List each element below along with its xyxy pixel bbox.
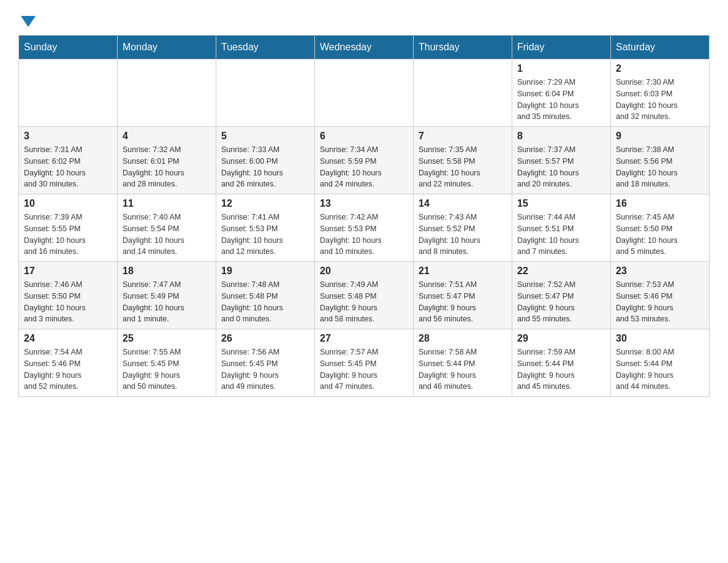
day-info: Sunrise: 7:58 AMSunset: 5:44 PMDaylight:… [419, 347, 507, 393]
calendar-cell: 3Sunrise: 7:31 AMSunset: 6:02 PMDaylight… [19, 127, 118, 194]
calendar-cell: 20Sunrise: 7:49 AMSunset: 5:48 PMDayligh… [315, 262, 414, 329]
day-number: 8 [517, 131, 605, 142]
calendar-cell: 9Sunrise: 7:38 AMSunset: 5:56 PMDaylight… [611, 127, 710, 194]
day-info: Sunrise: 7:46 AMSunset: 5:50 PMDaylight:… [24, 279, 112, 325]
day-number: 19 [221, 266, 309, 277]
day-number: 1 [517, 63, 605, 74]
day-number: 2 [616, 63, 704, 74]
weekday-header-tuesday: Tuesday [216, 36, 315, 59]
day-info: Sunrise: 7:56 AMSunset: 5:45 PMDaylight:… [221, 347, 309, 393]
day-info: Sunrise: 7:42 AMSunset: 5:53 PMDaylight:… [320, 212, 408, 258]
calendar-cell: 4Sunrise: 7:32 AMSunset: 6:01 PMDaylight… [118, 127, 216, 194]
calendar-cell: 15Sunrise: 7:44 AMSunset: 5:51 PMDayligh… [512, 194, 611, 262]
day-info: Sunrise: 7:32 AMSunset: 6:01 PMDaylight:… [123, 144, 211, 190]
day-number: 24 [24, 333, 112, 344]
day-number: 10 [24, 198, 112, 209]
day-number: 15 [517, 198, 605, 209]
day-number: 27 [320, 333, 408, 344]
calendar-row: 3Sunrise: 7:31 AMSunset: 6:02 PMDaylight… [19, 127, 710, 194]
day-info: Sunrise: 7:40 AMSunset: 5:54 PMDaylight:… [123, 212, 211, 258]
day-number: 20 [320, 266, 408, 277]
calendar-cell [216, 59, 315, 127]
calendar-cell: 1Sunrise: 7:29 AMSunset: 6:04 PMDaylight… [512, 59, 611, 127]
day-number: 30 [616, 333, 704, 344]
logo-arrow-icon [21, 16, 36, 27]
day-info: Sunrise: 7:49 AMSunset: 5:48 PMDaylight:… [320, 279, 408, 325]
calendar-cell: 29Sunrise: 7:59 AMSunset: 5:44 PMDayligh… [512, 329, 611, 397]
day-number: 11 [123, 198, 211, 209]
day-number: 4 [123, 131, 211, 142]
day-info: Sunrise: 7:43 AMSunset: 5:52 PMDaylight:… [419, 212, 507, 258]
calendar-row: 17Sunrise: 7:46 AMSunset: 5:50 PMDayligh… [19, 262, 710, 329]
day-info: Sunrise: 7:57 AMSunset: 5:45 PMDaylight:… [320, 347, 408, 393]
day-info: Sunrise: 7:54 AMSunset: 5:46 PMDaylight:… [24, 347, 112, 393]
calendar-cell: 5Sunrise: 7:33 AMSunset: 6:00 PMDaylight… [216, 127, 315, 194]
weekday-header-saturday: Saturday [611, 36, 710, 59]
calendar-cell: 2Sunrise: 7:30 AMSunset: 6:03 PMDaylight… [611, 59, 710, 127]
day-info: Sunrise: 7:38 AMSunset: 5:56 PMDaylight:… [616, 144, 704, 190]
day-number: 29 [517, 333, 605, 344]
calendar-header-row: SundayMondayTuesdayWednesdayThursdayFrid… [19, 36, 710, 59]
calendar-row: 24Sunrise: 7:54 AMSunset: 5:46 PMDayligh… [19, 329, 710, 397]
day-number: 26 [221, 333, 309, 344]
calendar-cell: 14Sunrise: 7:43 AMSunset: 5:52 PMDayligh… [414, 194, 512, 262]
calendar-cell: 13Sunrise: 7:42 AMSunset: 5:53 PMDayligh… [315, 194, 414, 262]
calendar-cell: 10Sunrise: 7:39 AMSunset: 5:55 PMDayligh… [19, 194, 118, 262]
calendar-cell: 12Sunrise: 7:41 AMSunset: 5:53 PMDayligh… [216, 194, 315, 262]
day-number: 22 [517, 266, 605, 277]
day-info: Sunrise: 7:48 AMSunset: 5:48 PMDaylight:… [221, 279, 309, 325]
day-info: Sunrise: 7:47 AMSunset: 5:49 PMDaylight:… [123, 279, 211, 325]
day-info: Sunrise: 7:41 AMSunset: 5:53 PMDaylight:… [221, 212, 309, 258]
day-number: 17 [24, 266, 112, 277]
day-number: 5 [221, 131, 309, 142]
calendar-cell [19, 59, 118, 127]
day-info: Sunrise: 7:35 AMSunset: 5:58 PMDaylight:… [419, 144, 507, 190]
calendar-cell: 30Sunrise: 8:00 AMSunset: 5:44 PMDayligh… [611, 329, 710, 397]
calendar-cell: 18Sunrise: 7:47 AMSunset: 5:49 PMDayligh… [118, 262, 216, 329]
day-info: Sunrise: 7:55 AMSunset: 5:45 PMDaylight:… [123, 347, 211, 393]
day-number: 7 [419, 131, 507, 142]
day-number: 3 [24, 131, 112, 142]
weekday-header-wednesday: Wednesday [315, 36, 414, 59]
calendar-row: 10Sunrise: 7:39 AMSunset: 5:55 PMDayligh… [19, 194, 710, 262]
logo [18, 12, 36, 26]
calendar-cell: 24Sunrise: 7:54 AMSunset: 5:46 PMDayligh… [19, 329, 118, 397]
day-number: 21 [419, 266, 507, 277]
calendar-cell: 17Sunrise: 7:46 AMSunset: 5:50 PMDayligh… [19, 262, 118, 329]
day-info: Sunrise: 7:34 AMSunset: 5:59 PMDaylight:… [320, 144, 408, 190]
weekday-header-thursday: Thursday [414, 36, 512, 59]
day-number: 28 [419, 333, 507, 344]
day-number: 18 [123, 266, 211, 277]
calendar-cell: 23Sunrise: 7:53 AMSunset: 5:46 PMDayligh… [611, 262, 710, 329]
day-number: 25 [123, 333, 211, 344]
day-info: Sunrise: 7:39 AMSunset: 5:55 PMDaylight:… [24, 212, 112, 258]
day-number: 14 [419, 198, 507, 209]
calendar-cell: 25Sunrise: 7:55 AMSunset: 5:45 PMDayligh… [118, 329, 216, 397]
weekday-header-friday: Friday [512, 36, 611, 59]
calendar-cell [118, 59, 216, 127]
day-info: Sunrise: 7:59 AMSunset: 5:44 PMDaylight:… [517, 347, 605, 393]
calendar-cell: 19Sunrise: 7:48 AMSunset: 5:48 PMDayligh… [216, 262, 315, 329]
day-number: 12 [221, 198, 309, 209]
calendar-cell [315, 59, 414, 127]
calendar-cell: 8Sunrise: 7:37 AMSunset: 5:57 PMDaylight… [512, 127, 611, 194]
day-number: 13 [320, 198, 408, 209]
day-number: 16 [616, 198, 704, 209]
calendar-cell: 21Sunrise: 7:51 AMSunset: 5:47 PMDayligh… [414, 262, 512, 329]
calendar-row: 1Sunrise: 7:29 AMSunset: 6:04 PMDaylight… [19, 59, 710, 127]
day-info: Sunrise: 7:29 AMSunset: 6:04 PMDaylight:… [517, 77, 605, 123]
calendar-cell: 16Sunrise: 7:45 AMSunset: 5:50 PMDayligh… [611, 194, 710, 262]
day-info: Sunrise: 7:31 AMSunset: 6:02 PMDaylight:… [24, 144, 112, 190]
calendar-cell: 7Sunrise: 7:35 AMSunset: 5:58 PMDaylight… [414, 127, 512, 194]
calendar-cell [414, 59, 512, 127]
day-info: Sunrise: 7:37 AMSunset: 5:57 PMDaylight:… [517, 144, 605, 190]
calendar-cell: 27Sunrise: 7:57 AMSunset: 5:45 PMDayligh… [315, 329, 414, 397]
day-info: Sunrise: 7:51 AMSunset: 5:47 PMDaylight:… [419, 279, 507, 325]
day-info: Sunrise: 7:52 AMSunset: 5:47 PMDaylight:… [517, 279, 605, 325]
day-info: Sunrise: 7:53 AMSunset: 5:46 PMDaylight:… [616, 279, 704, 325]
day-info: Sunrise: 7:44 AMSunset: 5:51 PMDaylight:… [517, 212, 605, 258]
day-number: 9 [616, 131, 704, 142]
calendar-cell: 11Sunrise: 7:40 AMSunset: 5:54 PMDayligh… [118, 194, 216, 262]
day-info: Sunrise: 8:00 AMSunset: 5:44 PMDaylight:… [616, 347, 704, 393]
day-info: Sunrise: 7:30 AMSunset: 6:03 PMDaylight:… [616, 77, 704, 123]
